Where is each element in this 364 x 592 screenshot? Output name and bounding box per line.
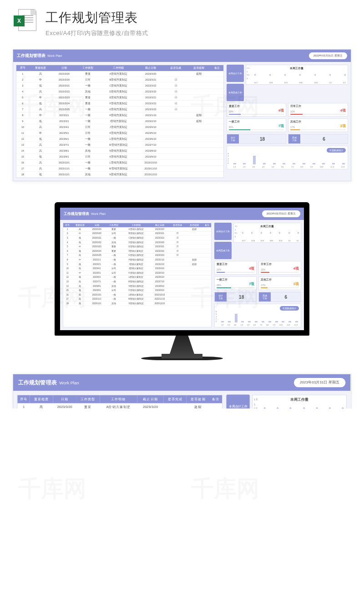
table-row: 1高2023/3/20重要A营销方案制定2023/3/20超期 <box>16 71 223 77</box>
page-subtitle: Excel/A4打印/内容随意修改/自带格式 <box>46 29 350 37</box>
done-work-pill: 本周完成工作 <box>227 84 244 101</box>
workplan-table: 序号重要程度日期工作类型工作明细截止日期是否完成是否超期备注1高2023/3/2… <box>17 395 222 408</box>
dashboard: 本周合计工作本周完成工作 本周工作量1.510.503/273/283/293/… <box>214 223 301 327</box>
table-row: 12低2023/6/1一般L营销方案制定2023/6/10 <box>63 275 211 280</box>
table-header: 工作明细 <box>100 395 137 403</box>
workplan-header: 工作规划管理表Work Plan2023年03月31日 星期五 <box>13 374 350 391</box>
yearly-bar-chart: 年度数据统计864201月2月3月4月5月6月7月8月9月10月11月12月 <box>214 304 301 327</box>
table-header: 是否超期 <box>186 223 203 227</box>
table-header: 截止日期 <box>137 65 164 71</box>
table-row: 8中2023/1/1一般H营销方案制定2023/1/10超期 <box>63 258 211 262</box>
table-row: 13高2023/7/1一般M营销方案制定2023/7/10 <box>16 142 223 148</box>
table-row: 2中2023/3/20日常B营销方案制定2023/3/21☑ <box>16 77 223 83</box>
table-row: 8中2023/1/1一般H营销方案制定2023/1/10超期 <box>16 112 223 118</box>
table-row: 1高2023/3/20重要A营销方案制定2023/3/20超期 <box>63 227 211 231</box>
table-row: 5中2023/3/23重要E营销方案制定2023/3/21☑ <box>16 95 223 101</box>
stat-card: 重要工作22%4项 <box>227 103 287 117</box>
page-title: 工作规划管理表 <box>46 9 350 26</box>
table-row: 5中2023/3/23重要E营销方案制定2023/3/21☑ <box>63 245 211 249</box>
summary-card: 合计工作18 <box>214 292 257 302</box>
table-row: 15低2023/9/1日常K营销方案制定2023/9/10 <box>63 288 211 293</box>
table-row: 2中2023/3/20日常B营销方案制定2023/3/21☑ <box>63 231 211 236</box>
table-row: 13高2023/7/1一般M营销方案制定2023/7/10 <box>63 280 211 284</box>
done-work-pill: 本周完成工作 <box>214 242 232 259</box>
table-header: 备注 <box>211 65 223 71</box>
table-row: 3低2023/3/21一般C营销方案制定2023/3/22☑ <box>16 83 223 89</box>
table-row: 3低2023/3/21一般C营销方案制定2023/3/22☑ <box>63 236 211 240</box>
table-header: 工作类型 <box>76 395 100 403</box>
total-work-pill: 本周合计工作 <box>227 395 250 408</box>
weekly-line-chart: 本周工作量1.510.503/273/283/293/303/314/14/2 <box>252 395 347 408</box>
total-work-pill: 本周合计工作 <box>214 223 232 240</box>
weekly-line-chart: 本周工作量1.510.503/273/283/293/303/314/14/2 <box>233 223 301 243</box>
table-header: 截止日期 <box>150 223 169 227</box>
table-header: 工作明细 <box>122 223 150 227</box>
stat-card: 日常工作22%4项 <box>288 103 348 117</box>
table-row: 4高2023/3/22其他D营销方案制定2023/3/20☑ <box>63 240 211 245</box>
stat-card: 其他工作17%3项 <box>258 276 301 290</box>
stat-card: 一般工作39%7项 <box>227 118 287 132</box>
table-row: 1高2023/3/20重要A营销方案制定2023/3/20超期 <box>17 403 222 408</box>
table-row: 18低2023/12/1其他N营销方案制定2023/12/10 <box>16 172 223 178</box>
table-header: 备注 <box>210 395 222 403</box>
table-row: 14高2023/8/1其他N营销方案制定2023/8/10 <box>63 284 211 288</box>
workplan-title: 工作规划管理表Work Plan <box>17 53 62 59</box>
workplan-title: 工作规划管理表Work Plan <box>64 211 106 216</box>
table-row: 17高2023/11/1一般M营销方案制定2023/11/10 <box>16 166 223 172</box>
table-header: 截止日期 <box>137 395 164 403</box>
table-header: 日期 <box>53 395 76 403</box>
table-row: 11中2023/5/1日常K营销方案制定2023/5/10 <box>16 130 223 136</box>
workplan-table: 序号重要程度日期工作类型工作明细截止日期是否完成是否超期备注1高2023/3/2… <box>63 223 212 327</box>
table-header: 序号 <box>16 65 29 71</box>
workplan-table: 序号重要程度日期工作类型工作明细截止日期是否完成是否超期备注1高2023/3/2… <box>16 65 224 178</box>
workplan-date-badge: 2023年03月31日 星期五 <box>294 378 346 387</box>
table-header: 是否完成 <box>169 223 186 227</box>
workplan-date-badge: 2023年03月31日 星期五 <box>262 210 300 217</box>
table-row: 10高2023/4/1日常J营销方案制定2023/4/10 <box>16 124 223 130</box>
template-preview-cropped: 工作规划管理表Work Plan2023年03月31日 星期五 序号重要程度日期… <box>13 374 351 408</box>
table-row: 16高2023/10/1一般L营销方案制定2023/10/10 <box>16 160 223 166</box>
excel-badge: X <box>14 15 25 26</box>
header: X 工作规划管理表 Excel/A4打印/内容随意修改/自带格式 <box>0 0 364 42</box>
stat-card: 其他工作17%3项 <box>288 118 348 132</box>
stat-card: 重要工作22%4项 <box>214 261 257 275</box>
table-header: 工作类型 <box>76 65 99 71</box>
table-row: 16高2023/10/1一般L营销方案制定2023/10/10 <box>63 292 211 297</box>
workplan-date-badge: 2023年03月31日 星期五 <box>309 52 347 59</box>
table-row: 7高2023/3/25一般G营销方案制定2023/3/23☑ <box>16 107 223 112</box>
table-row: 15低2023/9/1日常K营销方案制定2023/9/10 <box>16 154 223 160</box>
workplan-header: 工作规划管理表Work Plan2023年03月31日 星期五 <box>60 208 304 220</box>
template-preview-monitor: 工作规划管理表Work Plan2023年03月31日 星期五 序号重要程度日期… <box>0 189 364 374</box>
dashboard: 本周合计工作本周完成工作 本周工作量1.510.503/273/283/293/… <box>227 395 347 408</box>
stat-card: 日常工作22%4项 <box>258 261 301 275</box>
summary-card: 合计工作18 <box>227 134 287 144</box>
template-preview-flat: 工作规划管理表Work Plan2023年03月31日 星期五 序号重要程度日期… <box>13 49 351 181</box>
table-header: 重要程度 <box>71 223 88 227</box>
table-header: 备注 <box>202 223 211 227</box>
table-header: 序号 <box>17 395 30 403</box>
table-header: 重要程度 <box>29 65 52 71</box>
table-row: 11中2023/5/1日常K营销方案制定2023/5/10 <box>63 270 211 275</box>
table-header: 是否超期 <box>187 395 210 403</box>
table-row: 10高2023/4/1日常J营销方案制定2023/4/10 <box>63 266 211 271</box>
total-work-pill: 本周合计工作 <box>227 65 244 82</box>
table-header: 是否完成 <box>163 395 187 403</box>
stat-card: 一般工作39%7项 <box>214 276 257 290</box>
workplan-header: 工作规划管理表Work Plan2023年03月31日 星期五 <box>13 50 351 62</box>
table-row: 9低2023/2/1一般I营销方案制定2023/2/10超期 <box>16 118 223 124</box>
workplan-title: 工作规划管理表Work Plan <box>18 378 79 387</box>
table-header: 重要程度 <box>30 395 53 403</box>
table-header: 工作类型 <box>105 223 122 227</box>
summary-card: 完成工作6 <box>288 134 348 144</box>
yearly-bar-chart: 年度数据统计864201月2月3月4月5月6月7月8月9月10月11月12月 <box>227 146 348 169</box>
weekly-line-chart: 本周工作量1.510.503/273/283/293/303/314/14/2 <box>246 65 348 85</box>
table-header: 日期 <box>52 65 76 71</box>
table-row: 4高2023/3/22其他D营销方案制定2023/3/20☑ <box>16 89 223 95</box>
table-row: 18低2023/12/1其他N营销方案制定2023/12/10 <box>63 301 211 306</box>
table-row: 12低2023/6/1一般L营销方案制定2023/6/10 <box>16 136 223 142</box>
table-header: 日期 <box>88 223 105 227</box>
table-row: 14高2023/8/1其他N营销方案制定2023/8/10 <box>16 148 223 154</box>
table-header: 序号 <box>63 223 71 227</box>
table-row: 6低2023/3/24重要F营销方案制定2023/3/22☑ <box>63 249 211 253</box>
summary-card: 完成工作6 <box>258 292 301 302</box>
